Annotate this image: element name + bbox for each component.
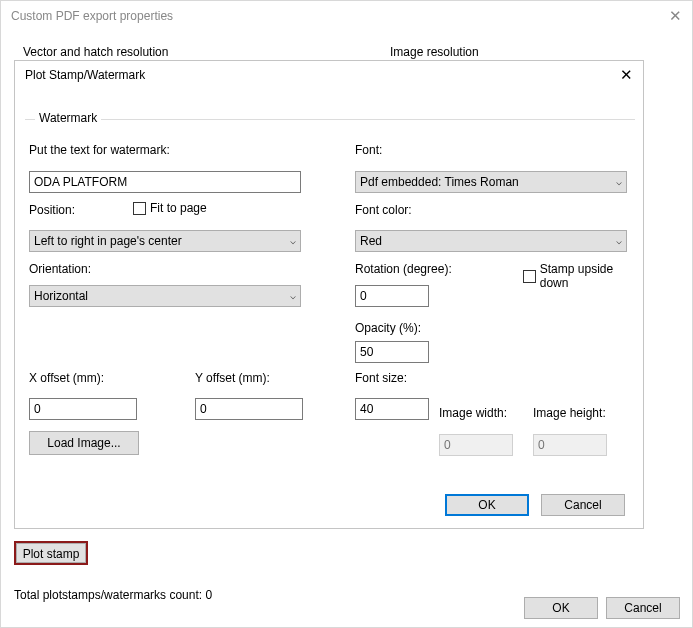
checkbox-icon — [523, 270, 536, 283]
font-label: Font: — [355, 143, 382, 157]
font-color-label: Font color: — [355, 203, 412, 217]
total-count-label: Total plotstamps/watermarks count: 0 — [14, 588, 212, 602]
image-height-label: Image height: — [533, 406, 606, 420]
dialog-titlebar: Plot Stamp/Watermark ✕ — [15, 61, 643, 89]
font-size-label: Font size: — [355, 371, 407, 385]
parent-titlebar: Custom PDF export properties ✕ — [1, 1, 692, 31]
watermark-dialog: Plot Stamp/Watermark ✕ Watermark Put the… — [14, 60, 644, 529]
plot-stamp-button[interactable]: Plot stamp — [14, 541, 88, 565]
fit-to-page-label: Fit to page — [150, 201, 207, 215]
x-offset-input[interactable]: 0 — [29, 398, 137, 420]
chevron-down-icon: ⌵ — [616, 172, 622, 192]
parent-window: Custom PDF export properties ✕ Vector an… — [0, 0, 693, 628]
orientation-select[interactable]: Horizontal ⌵ — [29, 285, 301, 307]
dialog-button-row: OK Cancel — [445, 494, 625, 516]
font-size-input[interactable]: 40 — [355, 398, 429, 420]
dialog-ok-button[interactable]: OK — [445, 494, 529, 516]
position-value: Left to right in page's center — [34, 231, 182, 251]
image-group-label: Image resolution — [390, 45, 479, 59]
dialog-cancel-button[interactable]: Cancel — [541, 494, 625, 516]
checkbox-icon — [133, 202, 146, 215]
font-color-value: Red — [360, 231, 382, 251]
font-select[interactable]: Pdf embedded: Times Roman ⌵ — [355, 171, 627, 193]
chevron-down-icon: ⌵ — [290, 286, 296, 306]
orientation-label: Orientation: — [29, 262, 91, 276]
opacity-input[interactable]: 50 — [355, 341, 429, 363]
x-offset-label: X offset (mm): — [29, 371, 104, 385]
font-value: Pdf embedded: Times Roman — [360, 172, 519, 192]
rotation-input[interactable]: 0 — [355, 285, 429, 307]
position-select[interactable]: Left to right in page's center ⌵ — [29, 230, 301, 252]
parent-cancel-button[interactable]: Cancel — [606, 597, 680, 619]
parent-ok-button[interactable]: OK — [524, 597, 598, 619]
stamp-upside-checkbox[interactable]: Stamp upside down — [523, 262, 643, 290]
font-color-select[interactable]: Red ⌵ — [355, 230, 627, 252]
rotation-label: Rotation (degree): — [355, 262, 452, 276]
dialog-close-icon[interactable]: ✕ — [620, 66, 633, 84]
chevron-down-icon: ⌵ — [290, 231, 296, 251]
y-offset-input[interactable]: 0 — [195, 398, 303, 420]
vector-group-label: Vector and hatch resolution — [23, 45, 168, 59]
close-icon[interactable]: ✕ — [669, 1, 682, 31]
chevron-down-icon: ⌵ — [616, 231, 622, 251]
image-height-input: 0 — [533, 434, 607, 456]
parent-title-text: Custom PDF export properties — [11, 1, 173, 31]
stamp-upside-label: Stamp upside down — [540, 262, 643, 290]
watermark-fieldset-rule — [25, 119, 635, 120]
watermark-fieldset-label: Watermark — [35, 111, 101, 125]
load-image-button[interactable]: Load Image... — [29, 431, 139, 455]
watermark-text-input[interactable]: ODA PLATFORM — [29, 171, 301, 193]
y-offset-label: Y offset (mm): — [195, 371, 270, 385]
orientation-value: Horizontal — [34, 286, 88, 306]
plot-stamp-button-label: Plot stamp — [16, 543, 86, 563]
position-label: Position: — [29, 203, 75, 217]
parent-button-row: OK Cancel — [524, 597, 680, 619]
image-width-label: Image width: — [439, 406, 507, 420]
opacity-label: Opacity (%): — [355, 321, 421, 335]
dialog-title-text: Plot Stamp/Watermark — [25, 68, 145, 82]
image-width-input: 0 — [439, 434, 513, 456]
text-label: Put the text for watermark: — [29, 143, 170, 157]
fit-to-page-checkbox[interactable]: Fit to page — [133, 201, 207, 215]
